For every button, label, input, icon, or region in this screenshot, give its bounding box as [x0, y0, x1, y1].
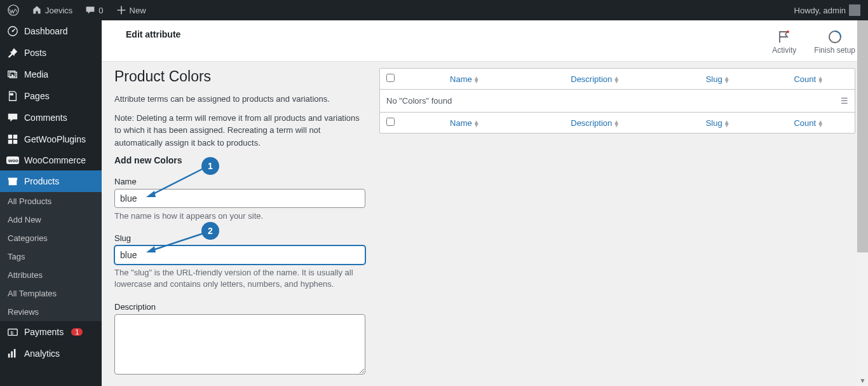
- wp-logo[interactable]: [5, 4, 22, 16]
- slug-helper: The "slug" is the URL-friendly version o…: [114, 267, 365, 290]
- sidebar-payments[interactable]: $ Payments 1: [0, 321, 102, 343]
- scrollbar-thumb[interactable]: [857, 11, 868, 252]
- comment-icon: [6, 112, 19, 123]
- page-title: Product Colors: [114, 68, 365, 85]
- howdy-text: Howdy, admin: [794, 6, 846, 15]
- submenu-all-templates[interactable]: All Templates: [0, 284, 102, 303]
- site-link[interactable]: Joevics: [29, 5, 75, 15]
- col-count-footer[interactable]: Count▲▼: [794, 118, 824, 128]
- svg-marker-19: [146, 246, 156, 252]
- submenu-all-products[interactable]: All Products: [0, 192, 102, 210]
- submenu-add-new[interactable]: Add New: [0, 210, 102, 229]
- sort-icon: ▲▼: [724, 76, 730, 83]
- svg-marker-17: [146, 191, 156, 197]
- sidebar-pages[interactable]: Pages: [0, 85, 102, 107]
- svg-rect-11: [8, 354, 10, 357]
- intro-text: Attribute terms can be assigned to produ…: [114, 93, 365, 106]
- activity-button[interactable]: Activity: [772, 29, 796, 55]
- submenu-reviews[interactable]: Reviews: [0, 303, 102, 321]
- col-description-footer[interactable]: Description▲▼: [571, 118, 620, 128]
- woo-icon: woo: [6, 156, 19, 165]
- comments-link[interactable]: 0: [83, 5, 105, 15]
- sidebar-posts[interactable]: Posts: [0, 42, 102, 64]
- admin-toolbar: Joevics 0 New Howdy, admin: [0, 0, 868, 20]
- sort-icon: ▲▼: [473, 120, 480, 127]
- sidebar-media[interactable]: Media: [0, 64, 102, 85]
- sidebar-products-submenu: All Products Add New Categories Tags Att…: [0, 192, 102, 321]
- svg-line-18: [149, 233, 203, 251]
- terms-table: Name▲▼ Description▲▼ Slug▲▼ Count▲▼ No "…: [379, 68, 855, 134]
- page-icon: [6, 90, 19, 102]
- note-text: Note: Deleting a term will remove it fro…: [114, 112, 365, 149]
- scrollbar[interactable]: ▲ ▼: [857, 0, 868, 386]
- sidebar-dashboard[interactable]: Dashboard: [0, 20, 102, 42]
- finish-setup-button[interactable]: Finish setup: [814, 29, 855, 55]
- empty-message: No "Colors" found: [386, 96, 452, 106]
- content-header: Edit attribute Activity Finish setup: [102, 20, 868, 62]
- sort-icon: ▲▼: [817, 120, 824, 127]
- svg-text:woo: woo: [8, 158, 18, 163]
- site-name: Joevics: [45, 6, 72, 15]
- page-title-header: Edit attribute: [114, 29, 180, 39]
- annotation-badge-2: 2: [201, 222, 219, 240]
- col-description[interactable]: Description▲▼: [571, 74, 620, 84]
- new-label: New: [130, 6, 146, 15]
- archive-icon: [6, 176, 19, 187]
- description-textarea[interactable]: [114, 314, 365, 375]
- svg-text:$: $: [10, 330, 13, 336]
- menu-icon[interactable]: ☰: [841, 96, 848, 106]
- currency-icon: $: [6, 326, 19, 338]
- sidebar-woocommerce[interactable]: woo WooCommerce: [0, 150, 102, 170]
- col-slug[interactable]: Slug▲▼: [706, 74, 730, 84]
- sidebar-products[interactable]: Products: [0, 170, 102, 192]
- block-icon: [6, 134, 19, 145]
- submenu-categories[interactable]: Categories: [0, 229, 102, 247]
- howdy-link[interactable]: Howdy, admin: [792, 4, 863, 16]
- annotation-arrow-1: [143, 165, 207, 200]
- svg-rect-5: [8, 140, 12, 144]
- sort-icon: ▲▼: [613, 76, 620, 83]
- svg-rect-6: [13, 140, 17, 144]
- col-name[interactable]: Name▲▼: [450, 74, 480, 84]
- payments-badge: 1: [71, 328, 83, 336]
- sort-icon: ▲▼: [817, 76, 824, 83]
- annotation-arrow-2: [143, 230, 207, 256]
- sidebar-comments[interactable]: Comments: [0, 107, 102, 128]
- admin-sidebar: Dashboard Posts Media Pages Comments Get…: [0, 20, 102, 386]
- dashboard-icon: [6, 25, 19, 37]
- svg-rect-12: [11, 351, 13, 357]
- main-content: Edit attribute Activity Finish setup Pro…: [102, 20, 868, 386]
- media-icon: [6, 69, 19, 80]
- svg-rect-3: [8, 135, 12, 139]
- svg-line-16: [149, 169, 203, 196]
- select-all-checkbox-footer[interactable]: [386, 118, 395, 126]
- comment-count: 0: [98, 6, 103, 15]
- flag-icon: [776, 29, 792, 45]
- submenu-attributes[interactable]: Attributes: [0, 266, 102, 284]
- submenu-tags[interactable]: Tags: [0, 247, 102, 266]
- description-label: Description: [114, 302, 365, 312]
- stats-icon: [6, 348, 19, 359]
- svg-point-2: [12, 31, 14, 32]
- svg-point-14: [787, 31, 789, 33]
- avatar: [849, 4, 860, 16]
- scroll-down-arrow[interactable]: ▼: [857, 375, 868, 386]
- col-slug-footer[interactable]: Slug▲▼: [706, 118, 730, 128]
- select-all-checkbox[interactable]: [386, 74, 395, 82]
- sort-icon: ▲▼: [473, 76, 480, 83]
- svg-rect-4: [13, 135, 17, 139]
- annotation-badge-1: 1: [201, 157, 219, 175]
- new-link[interactable]: New: [114, 5, 149, 15]
- pin-icon: [6, 47, 19, 59]
- sidebar-analytics[interactable]: Analytics: [0, 343, 102, 364]
- sort-icon: ▲▼: [724, 120, 730, 127]
- name-helper: The name is how it appears on your site.: [114, 210, 365, 222]
- sort-icon: ▲▼: [613, 120, 620, 127]
- col-count[interactable]: Count▲▼: [794, 74, 824, 84]
- svg-rect-13: [14, 349, 16, 358]
- col-name-footer[interactable]: Name▲▼: [450, 118, 480, 128]
- add-new-title: Add new Colors: [114, 155, 365, 165]
- progress-icon: [827, 29, 843, 45]
- sidebar-getwooplugins[interactable]: GetWooPlugins: [0, 128, 102, 150]
